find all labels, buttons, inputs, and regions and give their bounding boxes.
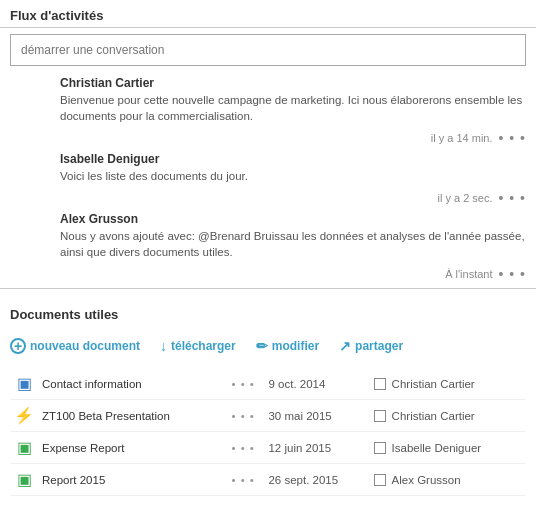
- edit-label: modifier: [272, 339, 319, 353]
- doc-dots-menu[interactable]: • • •: [222, 464, 265, 496]
- doc-name-cell: ZT100 Beta Presentation: [38, 400, 222, 432]
- file-icon-green: ▣: [17, 471, 32, 488]
- message-text-3: Nous y avons ajouté avec: @Brenard Bruis…: [60, 228, 526, 260]
- table-row: ▣ Expense Report • • • 12 juin 2015 Isab…: [10, 432, 526, 464]
- file-icon-cell: ▣: [10, 368, 38, 400]
- message-author-3: Alex Grusson: [60, 212, 526, 226]
- file-icon-cell: ▣: [10, 432, 38, 464]
- doc-name-cell: Expense Report: [38, 432, 222, 464]
- message-time-2: il y a 2 sec.: [437, 192, 492, 204]
- message-menu-2[interactable]: • • •: [499, 190, 526, 206]
- doc-assignee: Isabelle Deniguer: [392, 442, 482, 454]
- message-time-1: il y a 14 min.: [431, 132, 493, 144]
- plus-icon: +: [10, 338, 26, 354]
- file-icon-blue: ▣: [17, 375, 32, 392]
- doc-checkbox[interactable]: [374, 442, 386, 454]
- edit-button[interactable]: ✏ modifier: [256, 338, 319, 354]
- message-block-2: Isabelle Deniguer Voici les liste des do…: [10, 152, 526, 184]
- doc-actions-bar: + nouveau document ↓ télécharger ✏ modif…: [10, 334, 526, 358]
- documents-section: Documents utiles + nouveau document ↓ té…: [0, 299, 536, 496]
- doc-name-cell: Contact information: [38, 368, 222, 400]
- edit-icon: ✏: [256, 338, 268, 354]
- doc-checkbox[interactable]: [374, 378, 386, 390]
- message-text-1: Bienvenue pour cette nouvelle campagne d…: [60, 92, 526, 124]
- doc-dots-menu[interactable]: • • •: [222, 432, 265, 464]
- table-row: ▣ Contact information • • • 9 oct. 2014 …: [10, 368, 526, 400]
- doc-checkbox[interactable]: [374, 474, 386, 486]
- message-footer-1: il y a 14 min. • • •: [10, 130, 526, 146]
- doc-assignee-area: Isabelle Deniguer: [374, 442, 522, 454]
- new-document-label: nouveau document: [30, 339, 140, 353]
- doc-dots-menu[interactable]: • • •: [222, 368, 265, 400]
- file-icon-red: ⚡: [14, 407, 34, 424]
- doc-assignee-area: Christian Cartier: [374, 378, 522, 390]
- doc-checkbox[interactable]: [374, 410, 386, 422]
- share-icon: ↗: [339, 338, 351, 354]
- documents-table: ▣ Contact information • • • 9 oct. 2014 …: [10, 368, 526, 496]
- file-icon-cell: ⚡: [10, 400, 38, 432]
- download-button[interactable]: ↓ télécharger: [160, 338, 236, 354]
- share-label: partager: [355, 339, 403, 353]
- doc-date-cell: 12 juin 2015: [264, 432, 369, 464]
- file-icon-cell: ▣: [10, 464, 38, 496]
- new-document-button[interactable]: + nouveau document: [10, 338, 140, 354]
- doc-date-cell: 30 mai 2015: [264, 400, 369, 432]
- doc-assignee: Christian Cartier: [392, 410, 475, 422]
- message-time-3: À l'instant: [445, 268, 492, 280]
- table-row: ▣ Report 2015 • • • 26 sept. 2015 Alex G…: [10, 464, 526, 496]
- doc-assignee-area: Christian Cartier: [374, 410, 522, 422]
- message-author-1: Christian Cartier: [60, 76, 526, 90]
- doc-date-cell: 26 sept. 2015: [264, 464, 369, 496]
- message-menu-1[interactable]: • • •: [499, 130, 526, 146]
- doc-name-cell: Report 2015: [38, 464, 222, 496]
- share-button[interactable]: ↗ partager: [339, 338, 403, 354]
- activity-feed: Christian Cartier Bienvenue pour cette n…: [0, 34, 536, 282]
- doc-assignee: Christian Cartier: [392, 378, 475, 390]
- message-block-3: Alex Grusson Nous y avons ajouté avec: @…: [10, 212, 526, 260]
- activity-section-title: Flux d'activités: [0, 0, 536, 28]
- conversation-input[interactable]: [10, 34, 526, 66]
- message-footer-2: il y a 2 sec. • • •: [10, 190, 526, 206]
- doc-date-cell: 9 oct. 2014: [264, 368, 369, 400]
- file-icon-green: ▣: [17, 439, 32, 456]
- section-divider: [0, 288, 536, 289]
- message-menu-3[interactable]: • • •: [499, 266, 526, 282]
- message-text-2: Voici les liste des documents du jour.: [60, 168, 526, 184]
- message-author-2: Isabelle Deniguer: [60, 152, 526, 166]
- message-footer-3: À l'instant • • •: [10, 266, 526, 282]
- doc-assignee-area: Alex Grusson: [374, 474, 522, 486]
- documents-section-title: Documents utiles: [10, 299, 526, 326]
- table-row: ⚡ ZT100 Beta Presentation • • • 30 mai 2…: [10, 400, 526, 432]
- doc-dots-menu[interactable]: • • •: [222, 400, 265, 432]
- message-block-1: Christian Cartier Bienvenue pour cette n…: [10, 76, 526, 124]
- doc-assignee: Alex Grusson: [392, 474, 461, 486]
- download-icon: ↓: [160, 338, 167, 354]
- download-label: télécharger: [171, 339, 236, 353]
